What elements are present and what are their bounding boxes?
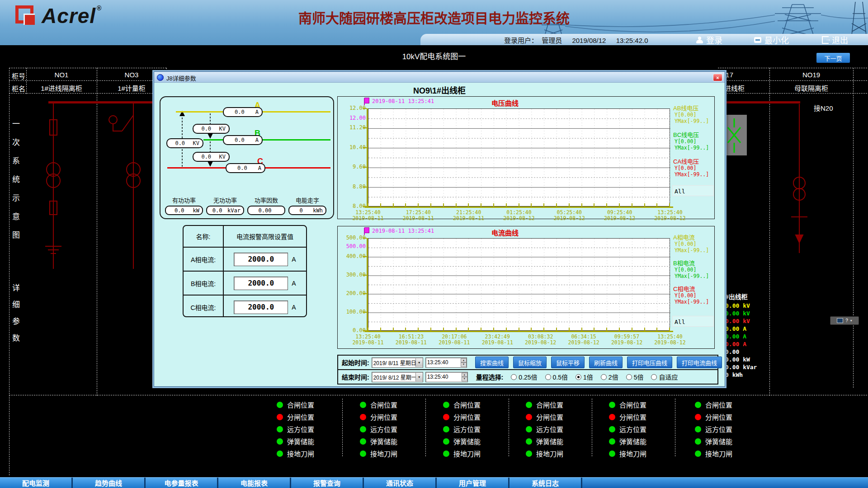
monitor-icon xyxy=(837,318,843,323)
power-item: 电能走字 0kWh xyxy=(288,196,326,215)
status-light xyxy=(443,402,449,408)
detail-params-dialog: J8详细参数 × NO9\1#出线柜 A B C 0.0A xyxy=(154,71,725,387)
system-time: 13:25:42.0 xyxy=(616,37,648,44)
menu-button[interactable]: 电参量报表 xyxy=(146,478,218,488)
menu-button[interactable]: 趋势曲线 xyxy=(73,478,146,488)
phase-b-current-pill: 0.0A xyxy=(223,135,263,145)
status-separator xyxy=(342,399,343,456)
voltage-plot-area[interactable] xyxy=(368,108,670,206)
status-light xyxy=(695,438,701,445)
status-indicator: 远方位置 xyxy=(695,423,772,435)
chart-action-button[interactable]: 打印电压曲线 xyxy=(627,357,672,368)
alarm-limit-input[interactable]: 2000.0 xyxy=(234,277,288,290)
status-light xyxy=(609,402,615,408)
end-time-row: 结束时间: 2019/ 8/12 星期一 ▼ 13:25:40 ▲▼ 量程选择:… xyxy=(338,370,717,384)
chart-buttons: 搜索曲线鼠标缩放鼠标平移刷新曲线打印电压曲线打印电流曲线 xyxy=(471,357,717,368)
voltage-ac-pill: 0.0KV xyxy=(166,138,203,148)
status-light xyxy=(609,426,615,432)
menu-button[interactable]: 配电监测 xyxy=(0,478,73,488)
minimize-button[interactable]: 最小化 xyxy=(754,34,789,45)
sidebar-detail-params-label: 详细参数 xyxy=(9,284,21,351)
status-light xyxy=(695,450,701,457)
alarm-limit-input[interactable]: 2000.0 xyxy=(234,253,288,266)
cursor-timestamp: 2019-08-11 13:25:41 xyxy=(372,228,434,234)
chart-action-button[interactable]: 打印电流曲线 xyxy=(677,357,722,368)
login-info: 登录用户： 管理员 2019/08/12 13:25:42.0 xyxy=(504,35,656,45)
dialog-title: J8详细参数 xyxy=(166,74,196,82)
chart-action-button[interactable]: 鼠标平移 xyxy=(551,357,585,368)
cursor-flag-icon[interactable] xyxy=(364,227,369,233)
dialog-titlebar[interactable]: J8详细参数 × xyxy=(154,72,725,83)
alarm-table-row: A相电流: 2000.0 A xyxy=(184,248,306,272)
status-indicator: 远方位置 xyxy=(526,423,603,435)
status-light xyxy=(277,426,283,432)
legend-all-box[interactable]: All xyxy=(672,316,714,327)
legend-entry: B相电流 Y[0.00] YMax[-99..] xyxy=(673,260,716,280)
x-axis-labels: 13:25:402019-08-1117:25:402019-08-1121:2… xyxy=(345,210,693,221)
chart-action-button[interactable]: 鼠标缩放 xyxy=(513,357,547,368)
chart-action-button[interactable]: 刷新曲线 xyxy=(589,357,623,368)
status-light xyxy=(277,414,283,420)
range-radio[interactable]: 2倍 xyxy=(601,372,618,381)
screen: Acrel ® 南师大随园研楼高压柜改造项目电力监控系统 登录用户： 管理员 2… xyxy=(0,0,868,488)
time-stepper[interactable]: ▲▼ xyxy=(461,358,467,367)
outlet-value: 0.00 A xyxy=(725,340,757,348)
login-user-name: 管理员 xyxy=(542,37,562,44)
chart-action-button[interactable]: 搜索曲线 xyxy=(475,357,509,368)
chevron-down-icon[interactable]: ▼ xyxy=(415,358,423,367)
power-item: 无功功率 0.0kVar xyxy=(206,196,244,215)
status-indicator: 接地刀闸 xyxy=(609,447,686,460)
time-stepper[interactable]: ▲▼ xyxy=(462,373,467,381)
outlet-value: 0.00 kV xyxy=(725,310,757,317)
row-header-cabinet-name: 柜名 xyxy=(11,84,26,93)
x-axis-labels: 13:25:402019-08-1116:51:232019-08-1120:1… xyxy=(348,334,690,346)
grid-line xyxy=(9,80,166,81)
alarm-limit-input[interactable]: 2000.0 xyxy=(234,300,288,314)
end-date-field[interactable]: 2019/ 8/12 星期一 ▼ xyxy=(372,372,423,382)
legend-all-box[interactable]: All xyxy=(672,185,714,196)
legend-entry: CA线电压 Y[0.00] YMax[-99..] xyxy=(673,158,716,178)
cabinet-highlight[interactable] xyxy=(722,115,747,155)
cabinet-name-1: 1#进线隔离柜 xyxy=(26,83,97,93)
outlet-value: 0.00 xyxy=(725,348,757,356)
menu-button[interactable]: 系统日志 xyxy=(509,478,582,488)
end-time-field[interactable]: 13:25:40 ▲▼ xyxy=(425,372,468,382)
floating-toolbar[interactable]: ? ▾ xyxy=(830,316,859,325)
help-icon: ? xyxy=(845,319,848,323)
menu-button[interactable]: 电能报表 xyxy=(218,478,291,488)
start-time-field[interactable]: 13:25:40 ▲▼ xyxy=(425,357,467,368)
start-time-label: 起始时间: xyxy=(342,358,369,367)
menu-button[interactable]: 用户管理 xyxy=(437,478,509,488)
range-radio[interactable]: 1倍 xyxy=(576,372,593,381)
login-button[interactable]: 登录 xyxy=(696,34,722,45)
dialog-icon xyxy=(157,74,164,81)
current-plot-area[interactable] xyxy=(368,238,670,331)
exit-button[interactable]: 退出 xyxy=(822,34,848,45)
status-separator xyxy=(675,399,675,456)
close-icon[interactable]: × xyxy=(713,74,722,81)
phase-diagram-panel: A B C 0.0A 0.0A 0.0A 0.0KV 0.0KV 0.0KV xyxy=(160,96,334,219)
legend-entry: A相电流 Y[0.00] YMax[-99..] xyxy=(673,234,716,254)
radio-circle xyxy=(601,374,607,380)
status-indicator: 合闸位置 xyxy=(526,399,603,411)
status-indicator: 弹簧储能 xyxy=(609,435,686,447)
next-page-button[interactable]: 下一页 xyxy=(816,53,850,63)
menu-button[interactable]: 通讯状态 xyxy=(364,478,437,488)
menu-button[interactable]: 报警查询 xyxy=(291,478,364,488)
alarm-name-header: 名称: xyxy=(184,226,224,247)
voltage-legend: AB线电压 Y[0.00] YMax[-99..] BC线电压 Y[0.00] … xyxy=(673,105,716,185)
range-radio[interactable]: 自适应 xyxy=(651,372,678,381)
x-axis xyxy=(365,206,673,208)
range-radio[interactable]: 5倍 xyxy=(626,372,644,381)
cabinet-no-19: NO19 xyxy=(769,71,853,79)
start-date-field[interactable]: 2019/ 8/11 星期日 ▼ xyxy=(372,357,423,368)
dialog-cabinet-header: NO9\1#出线柜 xyxy=(154,84,725,96)
end-time-label: 结束时间: xyxy=(342,372,369,381)
chevron-down-icon[interactable]: ▼ xyxy=(415,373,423,381)
range-radio[interactable]: 0.5倍 xyxy=(545,372,568,381)
status-separator xyxy=(592,399,592,456)
cursor-flag-icon[interactable] xyxy=(364,98,369,103)
range-radio[interactable]: 0.25倍 xyxy=(511,372,537,381)
outlet-value: 0.00 kW xyxy=(725,356,757,363)
status-light xyxy=(360,450,366,457)
